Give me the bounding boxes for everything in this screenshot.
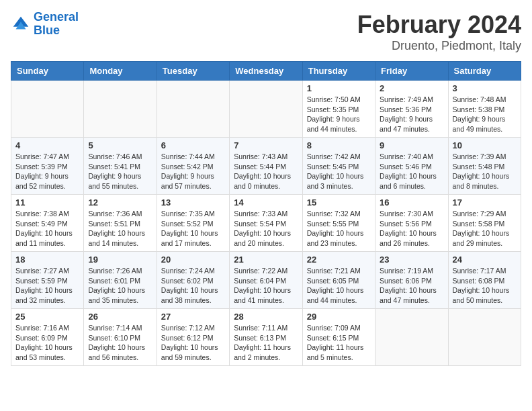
calendar-table: Sunday Monday Tuesday Wednesday Thursday…	[11, 61, 521, 366]
logo-text: General Blue	[34, 11, 79, 38]
table-cell: 22Sunrise: 7:21 AM Sunset: 6:05 PM Dayli…	[302, 252, 375, 309]
day-info: Sunrise: 7:21 AM Sunset: 6:05 PM Dayligh…	[307, 266, 371, 306]
weekday-header-row: Sunday Monday Tuesday Wednesday Thursday…	[11, 62, 521, 81]
day-info: Sunrise: 7:12 AM Sunset: 6:12 PM Dayligh…	[161, 323, 225, 363]
title-block: February 2024 Druento, Piedmont, Italy	[357, 11, 521, 53]
table-cell: 20Sunrise: 7:24 AM Sunset: 6:02 PM Dayli…	[157, 252, 229, 309]
table-cell: 29Sunrise: 7:09 AM Sunset: 6:15 PM Dayli…	[302, 309, 375, 366]
day-info: Sunrise: 7:44 AM Sunset: 5:42 PM Dayligh…	[161, 152, 225, 191]
table-cell	[11, 81, 84, 138]
day-info: Sunrise: 7:33 AM Sunset: 5:54 PM Dayligh…	[234, 209, 298, 248]
table-cell: 27Sunrise: 7:12 AM Sunset: 6:12 PM Dayli…	[157, 309, 229, 366]
day-number: 18	[15, 255, 79, 265]
page-header: General Blue February 2024 Druento, Pied…	[11, 11, 521, 53]
table-cell: 8Sunrise: 7:42 AM Sunset: 5:45 PM Daylig…	[302, 138, 375, 195]
day-number: 12	[88, 197, 152, 208]
calendar-title: February 2024	[357, 11, 521, 39]
table-cell: 24Sunrise: 7:17 AM Sunset: 6:08 PM Dayli…	[448, 252, 521, 309]
day-number: 22	[307, 255, 371, 265]
logo-name-part2: Blue	[34, 24, 60, 37]
day-number: 4	[15, 140, 79, 150]
week-row-4: 18Sunrise: 7:27 AM Sunset: 5:59 PM Dayli…	[11, 252, 521, 309]
table-cell: 6Sunrise: 7:44 AM Sunset: 5:42 PM Daylig…	[157, 138, 229, 195]
day-number: 20	[161, 255, 225, 265]
day-info: Sunrise: 7:43 AM Sunset: 5:44 PM Dayligh…	[234, 152, 298, 191]
day-number: 2	[380, 83, 443, 93]
table-cell: 5Sunrise: 7:46 AM Sunset: 5:41 PM Daylig…	[84, 138, 157, 195]
table-cell	[157, 81, 229, 138]
week-row-1: 1Sunrise: 7:50 AM Sunset: 5:35 PM Daylig…	[11, 81, 521, 138]
table-cell: 7Sunrise: 7:43 AM Sunset: 5:44 PM Daylig…	[230, 138, 302, 195]
day-info: Sunrise: 7:36 AM Sunset: 5:51 PM Dayligh…	[88, 209, 152, 248]
header-tuesday: Tuesday	[157, 62, 229, 81]
table-cell	[84, 81, 157, 138]
day-number: 29	[307, 312, 371, 322]
day-info: Sunrise: 7:16 AM Sunset: 6:09 PM Dayligh…	[15, 323, 79, 363]
table-cell: 14Sunrise: 7:33 AM Sunset: 5:54 PM Dayli…	[230, 195, 302, 252]
day-number: 14	[234, 197, 298, 208]
day-number: 28	[234, 312, 298, 322]
day-number: 6	[161, 140, 225, 150]
table-cell: 4Sunrise: 7:47 AM Sunset: 5:39 PM Daylig…	[11, 138, 84, 195]
table-cell: 17Sunrise: 7:29 AM Sunset: 5:58 PM Dayli…	[448, 195, 521, 252]
day-number: 10	[453, 140, 517, 150]
day-number: 7	[234, 140, 298, 150]
table-cell: 11Sunrise: 7:38 AM Sunset: 5:49 PM Dayli…	[11, 195, 84, 252]
day-info: Sunrise: 7:50 AM Sunset: 5:35 PM Dayligh…	[307, 95, 371, 134]
day-number: 15	[307, 197, 371, 208]
table-cell: 2Sunrise: 7:49 AM Sunset: 5:36 PM Daylig…	[375, 81, 448, 138]
day-number: 5	[88, 140, 152, 150]
day-info: Sunrise: 7:38 AM Sunset: 5:49 PM Dayligh…	[15, 209, 79, 248]
table-cell: 15Sunrise: 7:32 AM Sunset: 5:55 PM Dayli…	[302, 195, 375, 252]
table-cell: 10Sunrise: 7:39 AM Sunset: 5:48 PM Dayli…	[448, 138, 521, 195]
day-info: Sunrise: 7:40 AM Sunset: 5:46 PM Dayligh…	[380, 152, 443, 191]
day-info: Sunrise: 7:47 AM Sunset: 5:39 PM Dayligh…	[15, 152, 79, 191]
logo-name-part1: General	[34, 10, 79, 24]
table-cell: 12Sunrise: 7:36 AM Sunset: 5:51 PM Dayli…	[84, 195, 157, 252]
day-info: Sunrise: 7:26 AM Sunset: 6:01 PM Dayligh…	[88, 266, 152, 306]
table-cell: 1Sunrise: 7:50 AM Sunset: 5:35 PM Daylig…	[302, 81, 375, 138]
table-cell	[375, 309, 448, 366]
week-row-2: 4Sunrise: 7:47 AM Sunset: 5:39 PM Daylig…	[11, 138, 521, 195]
day-info: Sunrise: 7:27 AM Sunset: 5:59 PM Dayligh…	[15, 266, 79, 306]
day-info: Sunrise: 7:29 AM Sunset: 5:58 PM Dayligh…	[453, 209, 517, 248]
day-info: Sunrise: 7:17 AM Sunset: 6:08 PM Dayligh…	[453, 266, 517, 306]
table-cell: 21Sunrise: 7:22 AM Sunset: 6:04 PM Dayli…	[230, 252, 302, 309]
day-number: 21	[234, 255, 298, 265]
table-cell: 23Sunrise: 7:19 AM Sunset: 6:06 PM Dayli…	[375, 252, 448, 309]
header-saturday: Saturday	[448, 62, 521, 81]
day-number: 19	[88, 255, 152, 265]
header-monday: Monday	[84, 62, 157, 81]
day-info: Sunrise: 7:19 AM Sunset: 6:06 PM Dayligh…	[380, 266, 443, 306]
day-info: Sunrise: 7:09 AM Sunset: 6:15 PM Dayligh…	[307, 323, 371, 363]
header-sunday: Sunday	[11, 62, 84, 81]
logo-icon	[11, 14, 31, 34]
day-info: Sunrise: 7:42 AM Sunset: 5:45 PM Dayligh…	[307, 152, 371, 191]
table-cell: 26Sunrise: 7:14 AM Sunset: 6:10 PM Dayli…	[84, 309, 157, 366]
table-cell: 18Sunrise: 7:27 AM Sunset: 5:59 PM Dayli…	[11, 252, 84, 309]
day-info: Sunrise: 7:22 AM Sunset: 6:04 PM Dayligh…	[234, 266, 298, 306]
calendar-subtitle: Druento, Piedmont, Italy	[357, 39, 521, 53]
week-row-3: 11Sunrise: 7:38 AM Sunset: 5:49 PM Dayli…	[11, 195, 521, 252]
day-number: 3	[453, 83, 517, 93]
table-cell	[230, 81, 302, 138]
table-cell: 19Sunrise: 7:26 AM Sunset: 6:01 PM Dayli…	[84, 252, 157, 309]
day-number: 24	[453, 255, 517, 265]
day-number: 1	[307, 83, 371, 93]
day-number: 8	[307, 140, 371, 150]
header-friday: Friday	[375, 62, 448, 81]
table-cell: 16Sunrise: 7:30 AM Sunset: 5:56 PM Dayli…	[375, 195, 448, 252]
day-number: 26	[88, 312, 152, 322]
day-number: 25	[15, 312, 79, 322]
day-info: Sunrise: 7:49 AM Sunset: 5:36 PM Dayligh…	[380, 95, 443, 134]
day-info: Sunrise: 7:35 AM Sunset: 5:52 PM Dayligh…	[161, 209, 225, 248]
day-info: Sunrise: 7:14 AM Sunset: 6:10 PM Dayligh…	[88, 323, 152, 363]
table-cell: 28Sunrise: 7:11 AM Sunset: 6:13 PM Dayli…	[230, 309, 302, 366]
day-number: 11	[15, 197, 79, 208]
table-cell: 3Sunrise: 7:48 AM Sunset: 5:38 PM Daylig…	[448, 81, 521, 138]
week-row-5: 25Sunrise: 7:16 AM Sunset: 6:09 PM Dayli…	[11, 309, 521, 366]
day-number: 13	[161, 197, 225, 208]
day-number: 9	[380, 140, 443, 150]
logo: General Blue	[11, 11, 79, 38]
day-info: Sunrise: 7:24 AM Sunset: 6:02 PM Dayligh…	[161, 266, 225, 306]
